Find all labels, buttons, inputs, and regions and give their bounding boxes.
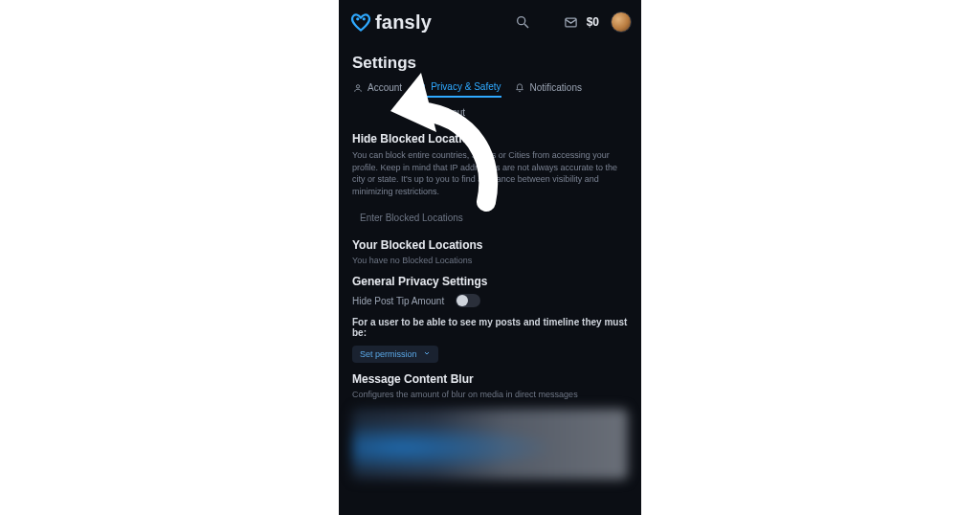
section-description: You can block entire countries, States o…	[352, 149, 628, 197]
section-heading: General Privacy Settings	[352, 275, 628, 288]
messages-icon[interactable]	[562, 12, 581, 32]
shield-icon	[415, 81, 426, 92]
section-heading: Your Blocked Locations	[352, 238, 628, 252]
input-placeholder-text: Enter Blocked Locations	[360, 213, 463, 223]
row-hide-tip-amount: Hide Post Tip Amount	[352, 294, 628, 307]
tab-account[interactable]: Account	[352, 82, 402, 97]
brand[interactable]: fansly	[348, 10, 432, 34]
section-block-locations: Hide Blocked Locations You can block ent…	[339, 123, 641, 229]
svg-point-5	[356, 84, 359, 87]
app-frame: fansly $0 Settings Account	[339, 0, 641, 515]
brand-heart-icon	[348, 10, 373, 34]
tab-label: Account	[368, 82, 402, 93]
svg-point-0	[356, 17, 359, 20]
blur-preview-card[interactable]	[352, 409, 628, 480]
visibility-permission-dropdown[interactable]: Set permission	[352, 346, 438, 363]
top-bar: fansly $0	[339, 0, 641, 44]
row-label: For a user to be able to see my posts an…	[352, 317, 628, 338]
settings-tabs: Account Privacy & Safety Notifications	[339, 78, 641, 101]
info-icon	[425, 107, 435, 118]
settings-tabs-row2: About	[339, 101, 641, 123]
section-message-blur: Message Content Blur Configures the amou…	[339, 363, 641, 399]
brand-text: fansly	[375, 11, 432, 34]
row-visibility-heading: For a user to be able to see my posts an…	[352, 317, 628, 338]
tab-privacy-safety[interactable]: Privacy & Safety	[415, 81, 501, 98]
dropdown-label: Set permission	[360, 349, 417, 359]
page-title: Settings	[339, 44, 641, 78]
tab-label: Notifications	[530, 82, 582, 93]
svg-point-2	[517, 17, 524, 25]
section-sub: Configures the amount of blur on media i…	[352, 390, 628, 399]
chevron-down-icon	[423, 349, 431, 359]
balance[interactable]: $0	[587, 15, 599, 29]
section-heading: Message Content Blur	[352, 372, 628, 386]
section-general-privacy: General Privacy Settings Hide Post Tip A…	[339, 265, 641, 363]
tab-about[interactable]: About	[425, 105, 465, 123]
toggle-hide-tip-amount[interactable]	[456, 294, 480, 307]
svg-point-1	[363, 17, 366, 20]
blocked-locations-input[interactable]: Enter Blocked Locations	[352, 207, 628, 229]
tab-label: Privacy & Safety	[431, 81, 501, 92]
blocked-empty-text: You have no Blocked Locations	[352, 256, 628, 265]
section-your-blocked: Your Blocked Locations You have no Block…	[339, 229, 641, 265]
svg-point-8	[430, 110, 431, 111]
bell-icon	[515, 82, 525, 93]
tab-notifications[interactable]: Notifications	[515, 82, 582, 97]
avatar[interactable]	[611, 11, 632, 33]
user-icon	[352, 82, 363, 93]
tab-label: About	[440, 107, 465, 118]
row-label: Hide Post Tip Amount	[352, 296, 444, 306]
search-icon[interactable]	[512, 11, 533, 33]
section-heading: Hide Blocked Locations	[352, 132, 628, 146]
svg-line-3	[524, 24, 528, 28]
